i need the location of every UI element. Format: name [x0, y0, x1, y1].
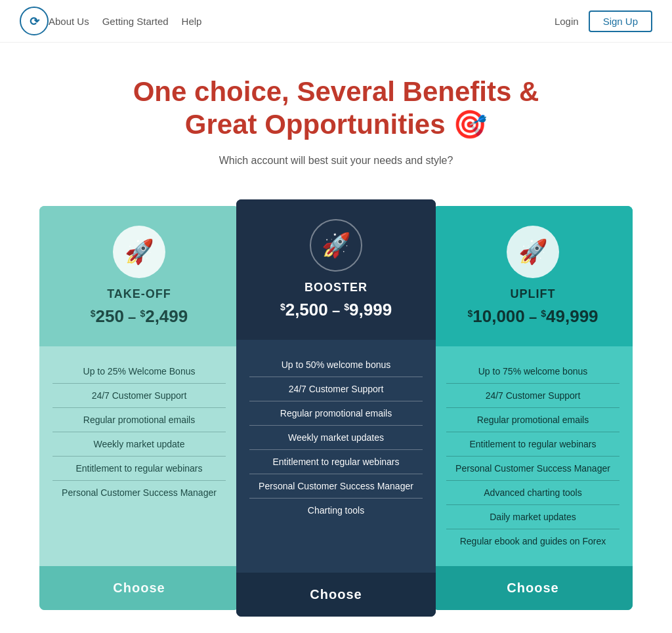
navbar: ⟳ About Us Getting Started Help Login Si…: [0, 0, 672, 43]
uplift-icon: 🚀: [507, 226, 559, 278]
uplift-features: Up to 75% welcome bonus 24/7 Customer Su…: [433, 346, 633, 566]
uplift-feature-3: Regular promotional emails: [446, 408, 620, 432]
takeoff-feature-4: Weekly market update: [52, 432, 226, 457]
uplift-price: $10,000 – $49,999: [446, 306, 620, 327]
nav-links: About Us Getting Started Help: [49, 16, 201, 27]
svg-text:⟳: ⟳: [30, 15, 40, 28]
hero-subtitle: Which account will best suit your needs …: [13, 155, 659, 167]
takeoff-icon: 🚀: [113, 226, 165, 278]
nav-about[interactable]: About Us: [49, 16, 89, 27]
booster-feature-4: Weekly market updates: [249, 426, 423, 450]
booster-features: Up to 50% welcome bonus 24/7 Customer Su…: [236, 340, 436, 573]
uplift-name: UPLIFT: [446, 287, 620, 301]
uplift-feature-2: 24/7 Customer Support: [446, 384, 620, 408]
takeoff-feature-3: Regular promotional emails: [52, 408, 226, 432]
booster-name: BOOSTER: [249, 281, 423, 295]
uplift-feature-1: Up to 75% welcome bonus: [446, 359, 620, 384]
uplift-header: 🚀 UPLIFT $10,000 – $49,999: [433, 206, 633, 346]
uplift-feature-6: Advanced charting tools: [446, 481, 620, 505]
nav-actions: Login Sign Up: [555, 10, 652, 32]
booster-feature-6: Personal Customer Success Manager: [249, 474, 423, 499]
uplift-feature-5: Personal Customer Success Manager: [446, 457, 620, 481]
booster-feature-2: 24/7 Customer Support: [249, 377, 423, 401]
booster-feature-1: Up to 50% welcome bonus: [249, 353, 423, 377]
booster-price: $2,500 – $9,999: [249, 300, 423, 320]
takeoff-name: TAKE-OFF: [52, 287, 226, 301]
takeoff-feature-1: Up to 25% Welcome Bonus: [52, 359, 226, 384]
takeoff-price: $250 – $2,499: [52, 306, 226, 327]
takeoff-features: Up to 25% Welcome Bonus 24/7 Customer Su…: [39, 346, 239, 566]
logo-icon: ⟳: [20, 7, 49, 35]
takeoff-choose-button[interactable]: Choose: [39, 566, 239, 610]
signup-button[interactable]: Sign Up: [589, 10, 652, 32]
pricing-section: 🚀 TAKE-OFF $250 – $2,499 Up to 25% Welco…: [0, 186, 672, 633]
uplift-feature-7: Daily market updates: [446, 505, 620, 529]
uplift-choose-button[interactable]: Choose: [433, 566, 633, 610]
takeoff-btn-wrap: Choose: [39, 566, 239, 610]
booster-btn-wrap: Choose: [236, 573, 436, 617]
takeoff-header: 🚀 TAKE-OFF $250 – $2,499: [39, 206, 239, 346]
plan-takeoff: 🚀 TAKE-OFF $250 – $2,499 Up to 25% Welco…: [39, 206, 239, 610]
booster-feature-3: Regular promotional emails: [249, 401, 423, 426]
uplift-feature-8: Regular ebook and guides on Forex: [446, 529, 620, 553]
login-link[interactable]: Login: [555, 16, 579, 27]
booster-feature-7: Charting tools: [249, 499, 423, 522]
plan-uplift: 🚀 UPLIFT $10,000 – $49,999 Up to 75% wel…: [433, 206, 633, 610]
hero-section: One choice, Several Benefits & Great Opp…: [0, 43, 672, 186]
takeoff-feature-6: Personal Customer Success Manager: [52, 481, 226, 504]
uplift-btn-wrap: Choose: [433, 566, 633, 610]
takeoff-feature-5: Entitlement to regular webinars: [52, 457, 226, 481]
plan-booster: 🚀 BOOSTER $2,500 – $9,999 Up to 50% welc…: [236, 199, 436, 617]
nav-getting-started[interactable]: Getting Started: [102, 16, 169, 27]
hero-title: One choice, Several Benefits & Great Opp…: [100, 75, 572, 142]
nav-help[interactable]: Help: [182, 16, 202, 27]
booster-feature-5: Entitlement to regular webinars: [249, 450, 423, 474]
booster-header: 🚀 BOOSTER $2,500 – $9,999: [236, 199, 436, 340]
takeoff-feature-2: 24/7 Customer Support: [52, 384, 226, 408]
booster-choose-button[interactable]: Choose: [236, 573, 436, 617]
uplift-feature-4: Entitlement to regular webinars: [446, 432, 620, 457]
booster-icon: 🚀: [310, 219, 362, 272]
